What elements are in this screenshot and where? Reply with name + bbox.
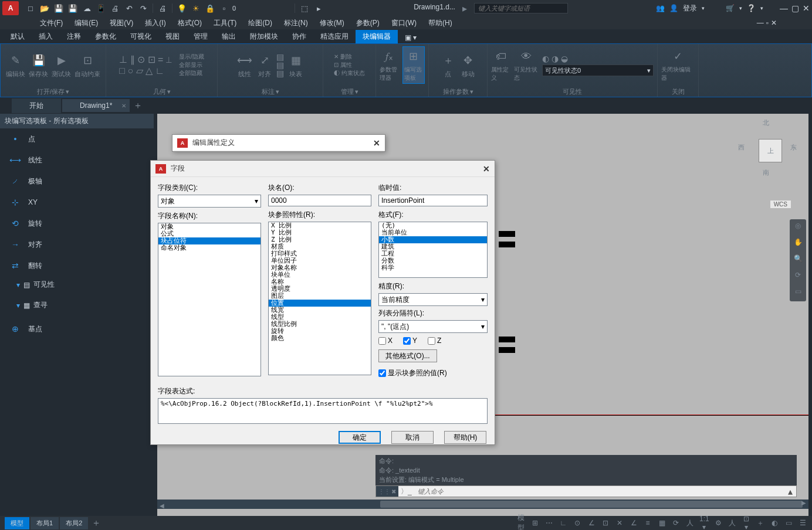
3dosnap-icon[interactable]: ✕ bbox=[615, 519, 624, 527]
menu-draw[interactable]: 绘图(D) bbox=[243, 17, 277, 29]
list-item[interactable]: 对象 bbox=[158, 223, 260, 230]
bulb-icon[interactable]: 💡 bbox=[177, 3, 187, 13]
save-block-button[interactable]: 💾保存块 bbox=[29, 52, 48, 79]
layerdrop-icon[interactable] bbox=[238, 3, 290, 13]
hideall-item[interactable]: 全部隐藏 bbox=[179, 69, 204, 77]
list-item[interactable]: 颜色 bbox=[269, 335, 371, 342]
vis-state-button[interactable]: 👁可见性状态 bbox=[514, 48, 539, 82]
exchange-icon[interactable]: 🛒 bbox=[726, 4, 735, 12]
menu-insert[interactable]: 插入(I) bbox=[140, 17, 170, 29]
app-logo[interactable]: A bbox=[2, 1, 19, 15]
list-item[interactable]: 透明度 bbox=[269, 286, 371, 293]
rtab-default[interactable]: 默认 bbox=[4, 30, 32, 43]
mdi-close-icon[interactable]: ✕ bbox=[771, 19, 777, 27]
format-listbox[interactable]: (无)当前单位小数建筑工程分数科学 bbox=[378, 222, 488, 278]
list-item[interactable]: 图层 bbox=[269, 293, 371, 300]
palette-xy[interactable]: ⊹XY bbox=[0, 192, 154, 213]
mobile-icon[interactable]: 📱 bbox=[96, 3, 106, 13]
more-icon[interactable]: ▸ bbox=[313, 3, 324, 13]
show-blockref-checkbox[interactable]: 显示块参照的值(R) bbox=[378, 368, 488, 378]
minimize-icon[interactable]: — bbox=[780, 4, 788, 13]
layout-2[interactable]: 布局2 bbox=[60, 517, 88, 529]
saveas-icon[interactable]: 💾 bbox=[67, 3, 78, 13]
palette-linear[interactable]: ⟷线性 bbox=[0, 150, 154, 171]
cmd-handle-icon[interactable]: ⋮⋮ ✖ bbox=[376, 486, 398, 497]
rtab-output[interactable]: 输出 bbox=[215, 30, 243, 43]
visibility-combo[interactable]: 可见性状态0▾ bbox=[542, 64, 654, 76]
grid-icon[interactable]: ⊞ bbox=[530, 519, 540, 527]
expression-textbox[interactable]: %<\AcObjProp.16.2 Object(?BlockRefId,1).… bbox=[158, 398, 488, 424]
list-item[interactable]: 工程 bbox=[379, 250, 487, 257]
palette-lookup[interactable]: ▾▦ 查寻 bbox=[0, 300, 154, 310]
aligned-button[interactable]: ⤢对齐 bbox=[256, 52, 273, 79]
tab-drawing1[interactable]: Drawing1*✕ bbox=[62, 99, 130, 112]
zoom-icon[interactable]: 🔍 bbox=[792, 254, 804, 266]
share-icon[interactable]: 👥 bbox=[656, 4, 665, 12]
lineweight-icon[interactable]: ≡ bbox=[643, 519, 652, 527]
save-icon[interactable]: 💾 bbox=[53, 3, 64, 13]
menu-modify[interactable]: 修改(M) bbox=[315, 17, 349, 29]
mdi-minimize-icon[interactable]: — bbox=[757, 19, 764, 27]
rtab-blockedit[interactable]: 块编辑器 bbox=[356, 30, 398, 43]
iso-icon[interactable]: ∠ bbox=[587, 519, 596, 527]
edit-block-button[interactable]: ✎编辑块 bbox=[6, 52, 25, 79]
linear-button[interactable]: ⟷线性 bbox=[236, 52, 253, 79]
menu-tools[interactable]: 工具(T) bbox=[209, 17, 241, 29]
list-item[interactable]: 小数 bbox=[379, 236, 487, 243]
cstate-item[interactable]: ◐ 约束状态 bbox=[334, 69, 365, 77]
user-icon[interactable]: 👤 bbox=[669, 4, 678, 12]
cmd-dropdown-icon[interactable]: ▴ bbox=[784, 486, 796, 497]
palette-point[interactable]: •点 bbox=[0, 128, 154, 150]
share-icon[interactable]: ⬚ bbox=[299, 3, 310, 13]
move-button[interactable]: ✥移动 bbox=[460, 52, 476, 79]
otrack-icon[interactable]: ∠ bbox=[629, 519, 638, 527]
rtab-param[interactable]: 参数化 bbox=[88, 30, 123, 43]
point-button[interactable]: ＋点 bbox=[440, 52, 456, 79]
tab-start[interactable]: 开始 bbox=[12, 98, 61, 113]
plot-icon[interactable]: 🖨 bbox=[110, 3, 120, 13]
scale-icon[interactable]: 1:1 ▾ bbox=[699, 515, 709, 530]
auto-constrain-button[interactable]: ⊡自动约束 bbox=[75, 52, 100, 79]
layout-1[interactable]: 布局1 bbox=[31, 517, 59, 529]
menu-dimension[interactable]: 标注(N) bbox=[279, 17, 313, 29]
blocktable-button[interactable]: ▦块表 bbox=[287, 52, 304, 79]
scrollbar-thumb[interactable] bbox=[380, 501, 803, 508]
new-icon[interactable]: □ bbox=[25, 3, 36, 13]
precision-combo[interactable]: 当前精度▾ bbox=[378, 293, 488, 306]
param-mgr-button[interactable]: 𝑓ₓ参数管理器 bbox=[380, 48, 399, 82]
login-label[interactable]: 登录 bbox=[683, 4, 697, 13]
y-checkbox[interactable]: Y bbox=[403, 337, 417, 345]
palette-polar[interactable]: ⟋极轴 bbox=[0, 171, 154, 192]
polar-icon[interactable]: ⊙ bbox=[573, 519, 582, 527]
dialog-close-icon[interactable]: ✕ bbox=[483, 164, 490, 174]
layout-add-icon[interactable]: ＋ bbox=[92, 517, 101, 529]
menu-view[interactable]: 视图(V) bbox=[105, 17, 138, 29]
orbit-icon[interactable]: ⟳ bbox=[792, 271, 804, 283]
workspace-icon[interactable]: ⊡ ▾ bbox=[742, 515, 751, 530]
model-icon[interactable]: 模型 bbox=[516, 513, 526, 530]
maximize-icon[interactable]: ▢ bbox=[791, 4, 799, 13]
annoscale-icon[interactable]: 人 bbox=[685, 518, 695, 528]
palette-visibility[interactable]: ▾▤ 可见性 bbox=[0, 280, 154, 290]
test-block-button[interactable]: ▶测试块 bbox=[52, 52, 71, 79]
palette-basepoint[interactable]: ⊕基点 bbox=[0, 318, 154, 339]
menu-help[interactable]: 帮助(H) bbox=[424, 17, 457, 29]
authoring-palette-button[interactable]: ⊞编写选项板 bbox=[402, 46, 425, 84]
horizontal-scrollbar[interactable]: ◀ ▶ bbox=[157, 500, 808, 509]
anno-vis-icon[interactable]: 人 bbox=[728, 518, 737, 528]
cycling-icon[interactable]: ⟳ bbox=[671, 519, 681, 527]
ortho-icon[interactable]: ∟ bbox=[559, 519, 568, 527]
rtab-annotate[interactable]: 注释 bbox=[60, 30, 88, 43]
list-item[interactable]: 分数 bbox=[379, 257, 487, 264]
redo-icon[interactable]: ↷ bbox=[138, 3, 148, 13]
list-item[interactable]: 位置 bbox=[269, 300, 371, 307]
osnap-icon[interactable]: ⊡ bbox=[601, 519, 610, 527]
list-item[interactable]: 块单位 bbox=[269, 271, 371, 278]
rtab-collab[interactable]: 协作 bbox=[285, 30, 313, 43]
separator-combo[interactable]: ", "(逗点)▾ bbox=[378, 320, 488, 333]
print-icon[interactable]: 🖨 bbox=[157, 3, 168, 13]
viewcube[interactable]: 北 南 东 西 上 bbox=[738, 118, 797, 177]
rtab-featured[interactable]: 精选应用 bbox=[313, 30, 356, 43]
sun-icon[interactable]: ☀ bbox=[191, 3, 201, 13]
layout-model[interactable]: 模型 bbox=[5, 517, 29, 529]
